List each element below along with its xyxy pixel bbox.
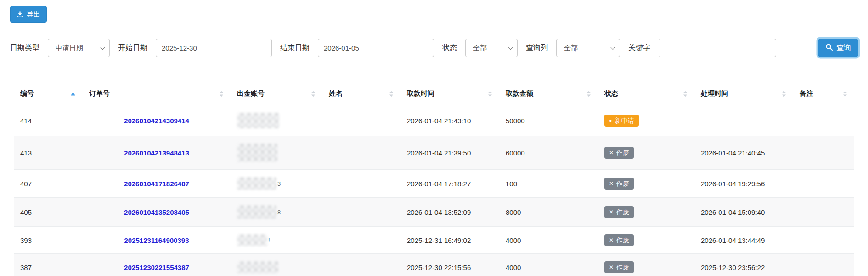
column-header-label: 状态 (604, 89, 618, 97)
cell-name (322, 198, 400, 227)
export-button-label: 导出 (27, 10, 40, 19)
column-header-remark[interactable]: 备注 (793, 82, 854, 105)
table-row: 393 20251231164900393 ! 2025-12-31 16:49… (14, 227, 854, 254)
circle-icon: ● (609, 118, 612, 123)
cell-withdraw-time: 2026-01-04 17:18:27 (400, 170, 499, 198)
search-button[interactable]: 查询 (818, 39, 858, 57)
date-type-label: 日期类型 (10, 43, 39, 53)
date-type-selected-value: 申请日期 (56, 44, 83, 52)
start-date-label: 开始日期 (118, 43, 147, 53)
caret-up-icon (71, 92, 75, 95)
status-badge: ✕作废 (604, 234, 634, 246)
column-header-status[interactable]: 状态 (598, 82, 694, 105)
cell-amount: 4000 (499, 254, 598, 276)
cell-remark (793, 227, 854, 254)
cell-order-no: 20251231164900393 (83, 227, 231, 254)
column-header-label: 出金账号 (237, 89, 265, 97)
column-header-amount[interactable]: 取款金额 (499, 82, 598, 105)
end-date-label: 结束日期 (280, 43, 310, 53)
cell-remark (793, 136, 854, 170)
order-number-link[interactable]: 20260104171826407 (124, 180, 189, 188)
end-date-input[interactable] (318, 39, 434, 57)
status-select[interactable]: 全部 (465, 39, 518, 57)
caret-updown-icon (587, 91, 591, 97)
cell-remark (793, 254, 854, 276)
x-icon: ✕ (609, 264, 614, 270)
cell-id: 413 (14, 136, 83, 170)
cell-withdraw-time: 2026-01-04 13:52:09 (400, 198, 499, 227)
cell-process-time (694, 105, 793, 136)
query-column-select[interactable]: 全部 (556, 39, 620, 57)
cell-id: 387 (14, 254, 83, 276)
search-button-label: 查询 (836, 43, 851, 53)
column-header-name[interactable]: 姓名 (322, 82, 400, 105)
toolbar: 导出 (0, 6, 868, 23)
cell-account (231, 105, 322, 136)
account-redacted-blob (237, 234, 267, 246)
column-header-order-no[interactable]: 订单号 (83, 82, 231, 105)
table-header-row: 编号 订单号 出金账号 姓名 取款时间 (14, 82, 854, 105)
cell-amount: 60000 (499, 136, 598, 170)
cell-amount: 4000 (499, 227, 598, 254)
column-header-label: 订单号 (89, 89, 110, 97)
column-header-label: 姓名 (329, 89, 343, 97)
cell-account: ! (231, 227, 322, 254)
chevron-down-icon (508, 45, 513, 50)
status-badge: ✕作废 (604, 261, 634, 273)
status-badge-label: 作废 (616, 150, 629, 156)
cell-account: 3 (231, 170, 322, 198)
cell-remark (793, 105, 854, 136)
query-column-selected-value: 全部 (564, 44, 578, 52)
cell-account (231, 136, 322, 170)
cell-order-no: 20251230221554387 (83, 254, 231, 276)
caret-updown-icon (843, 91, 847, 97)
x-icon: ✕ (609, 237, 614, 243)
cell-status: ✕作废 (598, 136, 694, 170)
cell-name (322, 105, 400, 136)
column-header-label: 编号 (20, 89, 34, 97)
withdrawal-table: 编号 订单号 出金账号 姓名 取款时间 (14, 82, 854, 276)
order-number-link[interactable]: 20251230221554387 (124, 264, 189, 271)
order-number-link[interactable]: 20251231164900393 (124, 236, 189, 244)
cell-order-no: 20260104214309414 (83, 105, 231, 136)
status-badge-label: 作废 (616, 237, 629, 243)
cell-account (231, 254, 322, 276)
cell-amount: 8000 (499, 198, 598, 227)
order-number-link[interactable]: 20260104214309414 (124, 117, 189, 125)
cell-process-time: 2026-01-04 15:09:40 (694, 198, 793, 227)
cell-status: ✕作废 (598, 254, 694, 276)
cell-process-time: 2026-01-04 21:40:45 (694, 136, 793, 170)
cell-status: ✕作废 (598, 198, 694, 227)
withdrawal-records-page: 导出 日期类型 申请日期 开始日期 结束日期 状态 全部 查询列 全部 关键字 (0, 0, 868, 276)
table-row: 413 20260104213948413 2026-01-04 21:39:5… (14, 136, 854, 170)
account-redacted-blob (237, 261, 278, 273)
caret-updown-icon (311, 91, 315, 97)
account-redacted-blob (237, 177, 276, 190)
status-badge-label: 作废 (616, 264, 629, 270)
start-date-input[interactable] (156, 39, 272, 57)
status-badge: ✕作废 (604, 147, 634, 159)
column-header-withdraw-time[interactable]: 取款时间 (400, 82, 499, 105)
order-number-link[interactable]: 20260104213948413 (124, 149, 189, 157)
chevron-down-icon (100, 45, 105, 50)
column-header-id[interactable]: 编号 (14, 82, 83, 105)
keyword-label: 关键字 (628, 43, 650, 53)
cell-order-no: 20260104171826407 (83, 170, 231, 198)
column-header-label: 取款时间 (407, 89, 434, 97)
caret-updown-icon (389, 91, 393, 97)
keyword-input[interactable] (659, 39, 776, 57)
export-button[interactable]: 导出 (10, 6, 47, 23)
date-type-select[interactable]: 申请日期 (48, 39, 110, 57)
column-header-account[interactable]: 出金账号 (231, 82, 322, 105)
column-header-process-time[interactable]: 处理时间 (694, 82, 793, 105)
cell-remark (793, 198, 854, 227)
download-icon (17, 11, 23, 18)
cell-withdraw-time: 2025-12-31 16:49:02 (400, 227, 499, 254)
order-number-link[interactable]: 20260104135208405 (124, 208, 189, 216)
table-row: 387 20251230221554387 2025-12-30 22:15:5… (14, 254, 854, 276)
cell-withdraw-time: 2026-01-04 21:39:50 (400, 136, 499, 170)
x-icon: ✕ (609, 209, 614, 215)
status-badge-label: 作废 (616, 209, 629, 215)
cell-order-no: 20260104213948413 (83, 136, 231, 170)
cell-name (322, 254, 400, 276)
